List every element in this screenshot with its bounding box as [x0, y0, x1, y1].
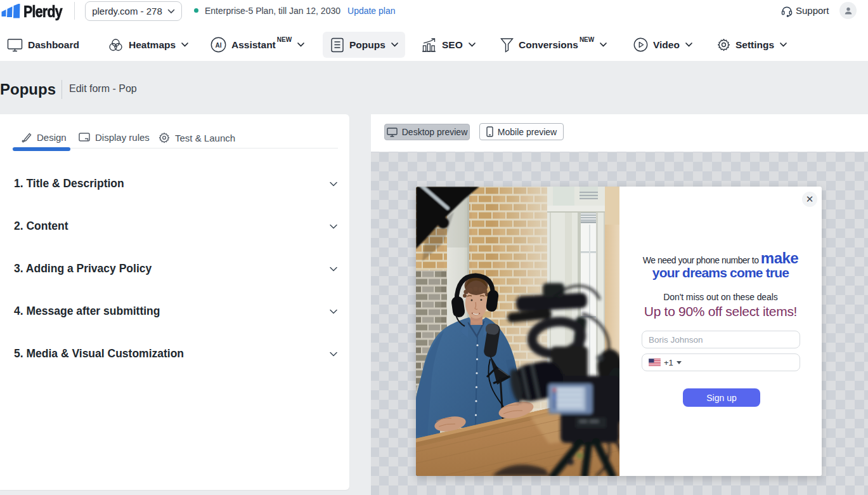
svg-text:AI: AI: [216, 42, 222, 49]
